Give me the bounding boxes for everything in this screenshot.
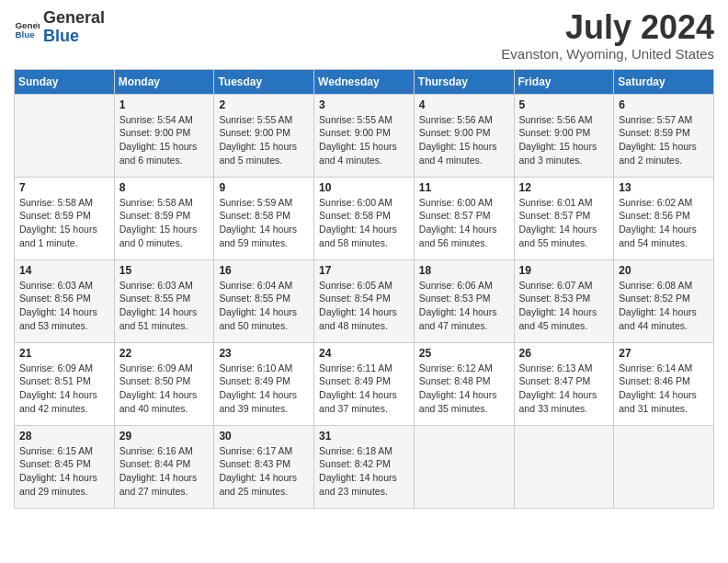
calendar-cell: 13Sunrise: 6:02 AM Sunset: 8:56 PM Dayli… bbox=[614, 177, 714, 259]
cell-day-number: 24 bbox=[319, 347, 409, 360]
calendar-week-row: 14Sunrise: 6:03 AM Sunset: 8:56 PM Dayli… bbox=[15, 259, 714, 342]
calendar-cell: 19Sunrise: 6:07 AM Sunset: 8:53 PM Dayli… bbox=[514, 259, 614, 342]
cell-day-number: 11 bbox=[419, 181, 509, 194]
cell-info-text: Sunrise: 6:01 AM Sunset: 8:57 PM Dayligh… bbox=[519, 196, 609, 250]
cell-info-text: Sunrise: 6:08 AM Sunset: 8:52 PM Dayligh… bbox=[619, 279, 709, 333]
cell-day-number: 16 bbox=[219, 264, 309, 277]
col-header-thursday: Thursday bbox=[414, 69, 514, 94]
calendar-cell: 12Sunrise: 6:01 AM Sunset: 8:57 PM Dayli… bbox=[514, 177, 614, 259]
calendar-cell: 31Sunrise: 6:18 AM Sunset: 8:42 PM Dayli… bbox=[314, 425, 415, 508]
cell-day-number: 17 bbox=[319, 264, 409, 277]
cell-day-number: 21 bbox=[19, 347, 109, 360]
calendar-cell: 24Sunrise: 6:11 AM Sunset: 8:49 PM Dayli… bbox=[314, 342, 415, 425]
cell-day-number: 10 bbox=[319, 181, 409, 194]
cell-day-number: 1 bbox=[119, 98, 210, 111]
calendar-cell: 2Sunrise: 5:55 AM Sunset: 9:00 PM Daylig… bbox=[214, 94, 314, 177]
col-header-friday: Friday bbox=[514, 69, 614, 94]
logo-blue-text: Blue bbox=[43, 28, 105, 46]
calendar-cell: 4Sunrise: 5:56 AM Sunset: 9:00 PM Daylig… bbox=[414, 94, 514, 177]
cell-day-number: 2 bbox=[219, 98, 309, 111]
calendar-cell: 3Sunrise: 5:55 AM Sunset: 9:00 PM Daylig… bbox=[314, 94, 415, 177]
cell-info-text: Sunrise: 5:54 AM Sunset: 9:00 PM Dayligh… bbox=[119, 113, 210, 167]
logo-icon: General Blue bbox=[14, 15, 40, 40]
cell-info-text: Sunrise: 6:00 AM Sunset: 8:58 PM Dayligh… bbox=[319, 196, 409, 250]
cell-day-number: 3 bbox=[319, 98, 409, 111]
calendar-cell: 1Sunrise: 5:54 AM Sunset: 9:00 PM Daylig… bbox=[114, 94, 214, 177]
calendar-cell: 11Sunrise: 6:00 AM Sunset: 8:57 PM Dayli… bbox=[414, 177, 514, 259]
calendar-week-row: 21Sunrise: 6:09 AM Sunset: 8:51 PM Dayli… bbox=[15, 342, 714, 425]
cell-info-text: Sunrise: 5:59 AM Sunset: 8:58 PM Dayligh… bbox=[219, 196, 309, 250]
svg-text:Blue: Blue bbox=[15, 29, 35, 40]
col-header-wednesday: Wednesday bbox=[314, 69, 415, 94]
calendar-cell: 28Sunrise: 6:15 AM Sunset: 8:45 PM Dayli… bbox=[15, 425, 115, 508]
logo: General Blue General Blue bbox=[14, 9, 105, 46]
cell-day-number: 27 bbox=[619, 347, 709, 360]
calendar-cell: 5Sunrise: 5:56 AM Sunset: 9:00 PM Daylig… bbox=[514, 94, 614, 177]
calendar-cell: 9Sunrise: 5:59 AM Sunset: 8:58 PM Daylig… bbox=[214, 177, 314, 259]
calendar-cell: 8Sunrise: 5:58 AM Sunset: 8:59 PM Daylig… bbox=[114, 177, 214, 259]
cell-info-text: Sunrise: 6:13 AM Sunset: 8:47 PM Dayligh… bbox=[519, 362, 609, 416]
header: General Blue General Blue July 2024 Evan… bbox=[14, 9, 714, 62]
cell-info-text: Sunrise: 5:58 AM Sunset: 8:59 PM Dayligh… bbox=[19, 196, 109, 250]
calendar-cell: 30Sunrise: 6:17 AM Sunset: 8:43 PM Dayli… bbox=[214, 425, 314, 508]
cell-info-text: Sunrise: 5:56 AM Sunset: 9:00 PM Dayligh… bbox=[519, 113, 609, 167]
calendar-cell: 25Sunrise: 6:12 AM Sunset: 8:48 PM Dayli… bbox=[414, 342, 514, 425]
cell-info-text: Sunrise: 6:03 AM Sunset: 8:56 PM Dayligh… bbox=[19, 279, 109, 333]
cell-day-number: 8 bbox=[119, 181, 210, 194]
calendar-cell bbox=[514, 425, 614, 508]
col-header-saturday: Saturday bbox=[614, 69, 714, 94]
cell-info-text: Sunrise: 6:16 AM Sunset: 8:44 PM Dayligh… bbox=[119, 444, 210, 499]
calendar-cell: 18Sunrise: 6:06 AM Sunset: 8:53 PM Dayli… bbox=[414, 259, 514, 342]
cell-info-text: Sunrise: 6:07 AM Sunset: 8:53 PM Dayligh… bbox=[519, 279, 609, 333]
cell-info-text: Sunrise: 5:58 AM Sunset: 8:59 PM Dayligh… bbox=[119, 196, 210, 250]
cell-info-text: Sunrise: 6:12 AM Sunset: 8:48 PM Dayligh… bbox=[419, 362, 509, 416]
calendar-cell: 16Sunrise: 6:04 AM Sunset: 8:55 PM Dayli… bbox=[214, 259, 314, 342]
calendar-cell bbox=[414, 425, 514, 508]
cell-day-number: 23 bbox=[219, 347, 309, 360]
cell-info-text: Sunrise: 5:55 AM Sunset: 9:00 PM Dayligh… bbox=[319, 113, 409, 167]
col-header-sunday: Sunday bbox=[15, 69, 115, 94]
cell-info-text: Sunrise: 6:00 AM Sunset: 8:57 PM Dayligh… bbox=[419, 196, 509, 250]
calendar-table: SundayMondayTuesdayWednesdayThursdayFrid… bbox=[14, 69, 714, 509]
calendar-cell bbox=[15, 94, 115, 177]
cell-day-number: 7 bbox=[19, 181, 109, 194]
calendar-cell bbox=[614, 425, 714, 508]
col-header-tuesday: Tuesday bbox=[214, 69, 314, 94]
logo-general-text: General bbox=[43, 9, 105, 28]
cell-info-text: Sunrise: 6:15 AM Sunset: 8:45 PM Dayligh… bbox=[19, 444, 109, 499]
cell-info-text: Sunrise: 5:57 AM Sunset: 8:59 PM Dayligh… bbox=[619, 113, 709, 167]
calendar-cell: 22Sunrise: 6:09 AM Sunset: 8:50 PM Dayli… bbox=[114, 342, 214, 425]
calendar-cell: 15Sunrise: 6:03 AM Sunset: 8:55 PM Dayli… bbox=[114, 259, 214, 342]
month-title: July 2024 bbox=[501, 9, 714, 46]
calendar-cell: 17Sunrise: 6:05 AM Sunset: 8:54 PM Dayli… bbox=[314, 259, 415, 342]
calendar-cell: 29Sunrise: 6:16 AM Sunset: 8:44 PM Dayli… bbox=[114, 425, 214, 508]
location-title: Evanston, Wyoming, United States bbox=[501, 46, 714, 62]
cell-info-text: Sunrise: 6:11 AM Sunset: 8:49 PM Dayligh… bbox=[319, 362, 409, 416]
cell-day-number: 30 bbox=[219, 430, 309, 442]
cell-info-text: Sunrise: 6:09 AM Sunset: 8:51 PM Dayligh… bbox=[19, 362, 109, 416]
cell-day-number: 19 bbox=[519, 264, 609, 277]
cell-info-text: Sunrise: 6:18 AM Sunset: 8:42 PM Dayligh… bbox=[319, 444, 409, 499]
calendar-header-row: SundayMondayTuesdayWednesdayThursdayFrid… bbox=[15, 69, 714, 94]
calendar-cell: 10Sunrise: 6:00 AM Sunset: 8:58 PM Dayli… bbox=[314, 177, 415, 259]
cell-info-text: Sunrise: 6:10 AM Sunset: 8:49 PM Dayligh… bbox=[219, 362, 309, 416]
cell-day-number: 29 bbox=[119, 430, 210, 442]
title-area: July 2024 Evanston, Wyoming, United Stat… bbox=[501, 9, 714, 62]
cell-info-text: Sunrise: 6:05 AM Sunset: 8:54 PM Dayligh… bbox=[319, 279, 409, 333]
cell-info-text: Sunrise: 5:55 AM Sunset: 9:00 PM Dayligh… bbox=[219, 113, 309, 167]
cell-info-text: Sunrise: 6:17 AM Sunset: 8:43 PM Dayligh… bbox=[219, 444, 309, 499]
cell-info-text: Sunrise: 6:03 AM Sunset: 8:55 PM Dayligh… bbox=[119, 279, 210, 333]
cell-day-number: 14 bbox=[19, 264, 109, 277]
calendar-cell: 14Sunrise: 6:03 AM Sunset: 8:56 PM Dayli… bbox=[15, 259, 115, 342]
cell-day-number: 31 bbox=[319, 430, 409, 442]
cell-day-number: 4 bbox=[419, 98, 509, 111]
cell-day-number: 25 bbox=[419, 347, 509, 360]
calendar-cell: 20Sunrise: 6:08 AM Sunset: 8:52 PM Dayli… bbox=[614, 259, 714, 342]
cell-day-number: 5 bbox=[519, 98, 609, 111]
cell-day-number: 6 bbox=[619, 98, 709, 111]
cell-day-number: 26 bbox=[519, 347, 609, 360]
calendar-week-row: 7Sunrise: 5:58 AM Sunset: 8:59 PM Daylig… bbox=[15, 177, 714, 259]
calendar-cell: 27Sunrise: 6:14 AM Sunset: 8:46 PM Dayli… bbox=[614, 342, 714, 425]
cell-day-number: 28 bbox=[19, 430, 109, 442]
cell-day-number: 20 bbox=[619, 264, 709, 277]
